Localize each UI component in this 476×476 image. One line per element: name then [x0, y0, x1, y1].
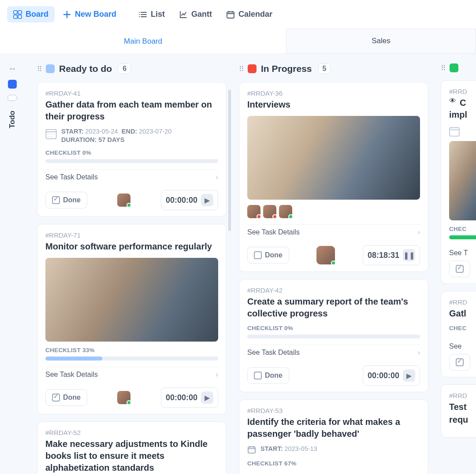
list-icon: [138, 10, 147, 19]
column-color-chip: [450, 63, 458, 72]
task-id: #RRDAY-41: [45, 89, 218, 97]
task-card[interactable]: #RRD 👁C impl CHEC See T: [441, 80, 476, 284]
task-card[interactable]: #RRD Test requ: [441, 384, 476, 438]
done-button[interactable]: [449, 354, 470, 371]
see-details[interactable]: See Task Details›: [45, 169, 218, 185]
eye-icon: 👁: [449, 97, 456, 105]
task-image: [449, 141, 476, 220]
column-header[interactable]: ⠿ In Progress 5: [239, 63, 428, 74]
resize-handle-icon[interactable]: ↔: [8, 63, 17, 74]
column-header[interactable]: ⠿ Ready to do 6: [37, 63, 227, 74]
timer: 00:00:00▶: [363, 365, 420, 386]
view-board-label: Board: [26, 10, 48, 19]
done-button[interactable]: Done: [45, 389, 87, 406]
see-details[interactable]: See Task Details›: [247, 224, 420, 240]
done-button[interactable]: Done: [247, 247, 289, 264]
task-card[interactable]: #RRDAY-71 Monitor software performance r…: [37, 224, 227, 414]
board-tabs: Main Board Sales: [0, 29, 476, 54]
play-icon[interactable]: ▶: [403, 369, 415, 382]
task-title: C: [460, 97, 466, 109]
done-button[interactable]: [449, 260, 470, 277]
avatar[interactable]: [117, 193, 130, 207]
new-board-button[interactable]: New Board: [56, 6, 123, 22]
see-details[interactable]: See Task Details›: [45, 367, 218, 382]
avatar[interactable]: [316, 246, 335, 264]
column-header[interactable]: ⠿: [441, 63, 476, 72]
column-title: In Progress: [261, 63, 312, 74]
avatar[interactable]: [247, 205, 260, 218]
grip-icon[interactable]: ⠿: [441, 64, 445, 72]
task-card[interactable]: #RRDAY-42 Create a summary report of the…: [239, 279, 428, 392]
see-details[interactable]: See Task Details›: [247, 345, 420, 360]
tab-sales[interactable]: Sales: [286, 29, 476, 54]
task-id: #RRDAY-42: [247, 286, 420, 294]
plus-icon: [63, 10, 71, 19]
column-color-chip: [46, 64, 55, 73]
task-id: #RRD: [449, 88, 476, 95]
assignees[interactable]: [117, 193, 130, 207]
chevron-right-icon: ›: [216, 371, 218, 379]
grip-icon[interactable]: ⠿: [37, 65, 41, 73]
view-toolbar: Board New Board List Gantt Calendar: [0, 0, 476, 29]
task-card[interactable]: #RRDAY-36 Interviews See Task Details› D…: [239, 82, 428, 272]
scrollbar[interactable]: [228, 90, 231, 231]
checklist-label: CHECKLIST 0%: [247, 325, 420, 331]
avatar[interactable]: [279, 205, 292, 218]
status-dot: [331, 260, 336, 265]
assignees[interactable]: [316, 246, 335, 264]
task-card[interactable]: #RRDAY-41 Gather data from each team mem…: [37, 82, 227, 217]
task-id: #RRDAY-71: [45, 231, 218, 239]
task-title: Gather data from each team member on the…: [45, 99, 218, 123]
status-dot: [126, 400, 131, 405]
checkbox-icon: [254, 251, 262, 259]
task-card[interactable]: #RRDAY-52 Make necessary adjustments to …: [37, 421, 227, 474]
column-color-chip: [248, 64, 257, 73]
assignees[interactable]: [117, 391, 130, 404]
view-list-label: List: [151, 10, 165, 19]
board-body: ↔ Todo ⠿ Ready to do 6 #RRDAY-41 Gather …: [0, 54, 476, 474]
timer-value: 08:18:31: [368, 251, 399, 260]
view-list[interactable]: List: [132, 6, 171, 22]
assignees-row: [247, 205, 420, 218]
timer: 00:00:00▶: [161, 387, 218, 408]
chevron-right-icon: ›: [418, 228, 420, 236]
grip-icon[interactable]: ⠿: [239, 65, 243, 73]
chevron-right-icon: ›: [418, 349, 420, 357]
task-dates: START: 2023-05-24 END: 2023-07-20 DURATI…: [45, 128, 218, 143]
pause-icon[interactable]: ❚❚: [403, 249, 415, 261]
task-card[interactable]: #RRDAY-53 Identify the criteria for what…: [239, 399, 428, 474]
task-title-line2: impl: [449, 109, 476, 121]
rail-status-blue[interactable]: [8, 80, 17, 89]
view-calendar-label: Calendar: [238, 10, 272, 19]
view-calendar[interactable]: Calendar: [220, 6, 279, 22]
see-details[interactable]: See T: [449, 245, 476, 260]
svg-rect-7: [450, 128, 459, 136]
timer-value: 00:00:00: [368, 371, 399, 380]
play-icon[interactable]: ▶: [201, 391, 213, 404]
tab-main-board[interactable]: Main Board: [0, 29, 286, 53]
avatar[interactable]: [117, 391, 130, 404]
svg-rect-4: [227, 12, 234, 18]
checklist-label: CHECKLIST 33%: [45, 347, 218, 353]
status-dot: [257, 214, 261, 219]
play-icon[interactable]: ▶: [201, 194, 213, 206]
avatar[interactable]: [263, 205, 276, 218]
view-board[interactable]: Board: [7, 6, 55, 22]
column-title: Ready to do: [59, 63, 112, 74]
checklist-progress: [45, 159, 218, 163]
done-button[interactable]: Done: [247, 367, 289, 384]
rail-status-pill[interactable]: [7, 95, 17, 101]
checkbox-icon: [52, 394, 60, 402]
task-card[interactable]: #RRD Gatl CHEC See: [441, 291, 476, 377]
task-dates: START: 2023-05-13: [247, 445, 420, 454]
rail-label: Todo: [8, 111, 17, 128]
view-gantt[interactable]: Gantt: [173, 6, 218, 22]
checklist-progress: [247, 335, 420, 338]
done-button[interactable]: Done: [45, 192, 87, 208]
column-ready: ⠿ Ready to do 6 #RRDAY-41 Gather data fr…: [37, 63, 227, 474]
task-id: #RRDAY-52: [45, 429, 218, 436]
checklist-label: CHECKLIST 67%: [247, 460, 420, 467]
svg-rect-0: [14, 11, 17, 14]
see-details[interactable]: See: [449, 335, 476, 354]
board-icon: [13, 10, 22, 19]
